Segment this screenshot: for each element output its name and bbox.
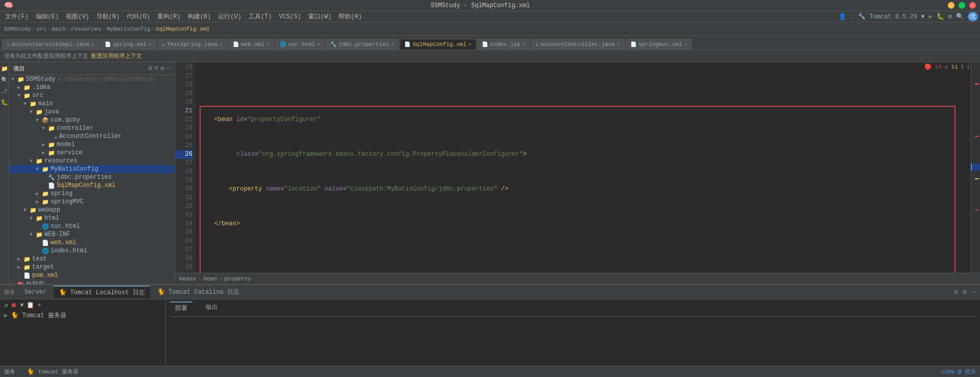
tree-item-service[interactable]: ▶ 📁 service <box>9 149 175 157</box>
bc-bean[interactable]: bean <box>204 276 217 282</box>
tab-spring-xml[interactable]: 📄 spring.xml ✕ <box>100 39 156 50</box>
tab-suc-html[interactable]: 🌐 suc.html ✕ <box>275 39 325 50</box>
tab-close[interactable]: ✕ <box>149 41 152 48</box>
tree-item-spring[interactable]: ▶ 📁 spring <box>9 190 175 198</box>
tab-jdbc-properties[interactable]: 🔧 jdbc.properties ✕ <box>326 39 399 50</box>
maximize-button[interactable]: □ <box>959 2 965 9</box>
tab-testspring[interactable]: ☕ TestSpring.java ✕ <box>157 39 227 50</box>
breadcrumb-resources[interactable]: resources <box>71 26 101 32</box>
tomcat-server-item[interactable]: ▶ 🐈 Tomcat 服务器 <box>4 311 161 320</box>
tab-close[interactable]: ✕ <box>219 41 223 48</box>
bc-property[interactable]: property <box>225 276 252 282</box>
menu-refactor[interactable]: 重构(R) <box>154 11 184 22</box>
tab-close[interactable]: ✕ <box>91 41 94 48</box>
minimize-button[interactable]: ─ <box>948 2 954 9</box>
bc-beans[interactable]: beans <box>179 276 196 282</box>
tab-accountcontroller[interactable]: ☕ AccountController.java ✕ <box>531 39 624 50</box>
tree-item-resources[interactable]: ▼ 📁 resources <box>9 157 175 165</box>
menu-code[interactable]: 代码(O) <box>124 11 153 22</box>
tree-item-sqlmapconfig[interactable]: ▶ 📄 SqlMapConfig.xml <box>9 181 175 190</box>
tree-item-main[interactable]: ▼ 📁 main <box>9 100 175 108</box>
tree-item-webapp[interactable]: ▼ 📁 webapp <box>9 206 175 214</box>
search-icon[interactable]: 🔍 <box>956 13 964 20</box>
menu-vcs[interactable]: VCS(S) <box>276 12 304 21</box>
activity-search[interactable]: 🔍 <box>1 76 9 84</box>
tree-item-index-html[interactable]: ▶ 🌐 index.html <box>9 247 175 255</box>
tab-close[interactable]: ✕ <box>469 41 472 48</box>
tab-close[interactable]: ✕ <box>317 41 320 48</box>
breadcrumb-src[interactable]: src <box>36 26 46 32</box>
tab-sqlmapconfig[interactable]: 📄 SqlMapConfig.xml ✕ <box>400 39 476 50</box>
bottom-panel-config[interactable]: ⚙ <box>963 288 967 296</box>
code-container[interactable]: 16 17 18 19 20 21 22 23 24 25 26 27 28 2… <box>175 62 980 273</box>
bottom-stop-icon[interactable]: ⏹ <box>11 301 17 309</box>
tab-index-jsp[interactable]: 📄 index.jsp ✕ <box>477 39 530 50</box>
bottom-tab-server-config[interactable]: Server <box>19 287 52 297</box>
config-link[interactable]: 配置应用程序上下文 <box>91 52 142 60</box>
tab-close[interactable]: ✕ <box>391 41 394 48</box>
tab-close[interactable]: ✕ <box>617 41 620 48</box>
menu-window[interactable]: 窗口(W) <box>305 11 335 22</box>
tab-close[interactable]: ✕ <box>684 41 687 48</box>
menu-run[interactable]: 运行(U) <box>215 11 244 22</box>
output-tab-deploy[interactable]: 部署 <box>170 301 192 314</box>
menu-help[interactable]: 帮助(H) <box>335 11 365 22</box>
menu-view[interactable]: 视图(V) <box>63 11 92 22</box>
tree-item-comqcby[interactable]: ▼ 📦 com.qcby <box>9 116 175 124</box>
git-icon[interactable]: ↑ <box>850 13 854 20</box>
menu-navigate[interactable]: 导航(N) <box>93 11 123 22</box>
activity-git[interactable]: ⎇ <box>1 87 9 95</box>
tree-item-model[interactable]: ▶ 📁 model <box>9 140 175 149</box>
tree-item-src[interactable]: ▼ 📁 src <box>9 91 175 100</box>
tree-item-springmvc[interactable]: ▶ 📁 springMVC <box>9 198 175 206</box>
tab-close[interactable]: ✕ <box>522 41 525 48</box>
bottom-panel-settings[interactable]: ⚙ <box>954 288 958 296</box>
tree-item-idea[interactable]: ▶ 📁 .idea <box>9 83 175 91</box>
sidebar-icon-collapse[interactable]: ≡ <box>155 64 159 73</box>
breadcrumb-mybatisconfig[interactable]: MyBatisConfig <box>107 26 151 32</box>
settings-icon[interactable]: ⚙ <box>948 13 952 20</box>
menu-file[interactable]: 文件(F) <box>2 11 32 22</box>
tree-item-test[interactable]: ▶ 📁 test <box>9 255 175 263</box>
sidebar-icon-close[interactable]: — <box>166 64 170 73</box>
tab-accountserviceimpl[interactable]: ☕ AccountServiceImpl.java ✕ <box>2 39 99 50</box>
sidebar-icon-add[interactable]: ⊕ <box>149 64 153 73</box>
tree-item-suc-html[interactable]: ▶ 🌐 suc.html <box>9 222 175 230</box>
tree-item-html[interactable]: ▼ 📁 html <box>9 214 175 222</box>
menu-tools[interactable]: 工具(T) <box>246 11 275 22</box>
user-icon[interactable]: 👤 <box>839 13 846 20</box>
tree-item-webinf[interactable]: ▼ 📁 WEB-INF <box>9 230 175 239</box>
tree-item-controller[interactable]: ▼ 📁 controller <box>9 124 175 132</box>
bottom-panel-close[interactable]: — <box>972 288 976 296</box>
scroll-thumb[interactable] <box>971 163 980 171</box>
menu-edit[interactable]: 编辑(E) <box>33 11 62 22</box>
tree-item-ssmstudy[interactable]: ▼ 📁 SSMStudy D:\IDEAproject\SSMStudy\SSM… <box>9 75 175 83</box>
tree-item-mybatisconfig[interactable]: ▼ 📁 MyBatisConfig <box>9 165 175 173</box>
bottom-more-icon[interactable]: + <box>37 302 41 309</box>
tab-web-xml[interactable]: 📄 web.xml ✕ <box>228 39 274 50</box>
bottom-filter-icon[interactable]: ▼ <box>20 302 23 309</box>
tree-item-java[interactable]: ▼ 📁 java <box>9 108 175 116</box>
code-editor[interactable]: <bean id="propertyConfigurer" class="org… <box>195 62 971 273</box>
menu-build[interactable]: 构建(B) <box>185 11 214 22</box>
avatar-icon[interactable]: 优 <box>968 12 978 21</box>
tab-close[interactable]: ✕ <box>266 41 270 48</box>
tree-item-target[interactable]: ▶ 📁 target <box>9 263 175 271</box>
tree-item-web-xml[interactable]: ▶ 📄 web.xml <box>9 239 175 247</box>
tree-item-jdbc-properties[interactable]: ▶ 🔧 jdbc.properties <box>9 173 175 181</box>
output-tab-output[interactable]: 输出 <box>201 301 223 314</box>
tree-item-pom[interactable]: ▶ 📄 pom.xml <box>9 271 175 279</box>
breadcrumb-main[interactable]: main <box>52 26 65 32</box>
sidebar-icon-settings[interactable]: ⚙ <box>160 64 164 73</box>
breadcrumb-file[interactable]: SqlMapConfig.xml <box>156 26 210 32</box>
debug-button[interactable]: 🐛 <box>937 13 944 20</box>
activity-project[interactable]: 📁 <box>1 64 9 73</box>
bottom-restart-icon[interactable]: ↺ <box>4 301 8 309</box>
close-button[interactable]: ✕ <box>969 2 976 9</box>
bottom-tab-tomcat-localhost[interactable]: 🐈 Tomcat Localhost 日志 <box>54 286 150 298</box>
breadcrumb-project[interactable]: SSMStudy <box>4 26 31 32</box>
tab-springmvc-xml[interactable]: 📄 springmvc.xml ✕ <box>626 39 692 50</box>
bottom-layout-icon[interactable]: 📋 <box>27 301 34 309</box>
tree-item-accountcontroller[interactable]: ▶ ☕ AccountController <box>9 132 175 140</box>
bottom-tab-tomcat-catalina[interactable]: 🐈 Tomcat Catalina 日志 <box>152 286 244 298</box>
